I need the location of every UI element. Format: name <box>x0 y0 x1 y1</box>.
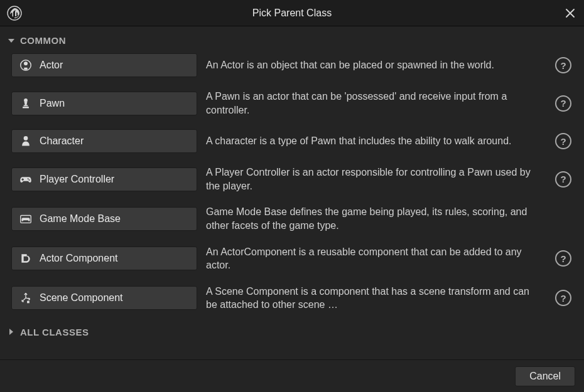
question-icon: ? <box>560 174 566 184</box>
window-title: Pick Parent Class <box>0 8 584 19</box>
class-label: Player Controller <box>40 174 114 185</box>
svg-rect-5 <box>23 107 29 109</box>
class-description: A Scene Component is a component that ha… <box>206 285 546 312</box>
class-description: An Actor is an object that can be placed… <box>206 58 546 72</box>
class-button-pawn[interactable]: Pawn <box>11 92 197 115</box>
class-row-game-mode-base: Game Mode BaseGame Mode Base defines the… <box>11 205 576 232</box>
class-button-actor-component[interactable]: Actor Component <box>11 246 197 270</box>
gamemode-icon <box>18 211 33 226</box>
class-label: Scene Component <box>40 292 123 304</box>
svg-rect-3 <box>24 68 28 70</box>
controller-icon <box>18 172 33 187</box>
class-row-scene-component: Scene ComponentA Scene Component is a co… <box>11 285 576 312</box>
question-icon: ? <box>560 136 566 147</box>
character-icon <box>18 134 33 149</box>
class-button-player-controller[interactable]: Player Controller <box>11 167 197 191</box>
class-row-actor: ActorAn Actor is an object that can be p… <box>11 53 576 77</box>
class-description: A character is a type of Pawn that inclu… <box>206 134 546 148</box>
help-placeholder <box>555 211 571 227</box>
class-description: A Player Controller is an actor responsi… <box>206 166 546 193</box>
section-all-classes-header[interactable]: ALL CLASSES <box>6 318 578 342</box>
component-icon <box>18 251 33 266</box>
cancel-button[interactable]: Cancel <box>515 366 575 386</box>
help-button-pawn[interactable]: ? <box>555 95 571 112</box>
help-button-actor[interactable]: ? <box>555 57 571 73</box>
question-icon: ? <box>560 60 566 71</box>
svg-rect-12 <box>27 301 30 304</box>
help-button-character[interactable]: ? <box>555 133 571 149</box>
class-button-character[interactable]: Character <box>11 129 197 153</box>
dialog-footer: Cancel <box>0 359 584 392</box>
class-description: Game Mode Base defines the game being pl… <box>206 205 546 232</box>
class-label: Actor <box>40 60 63 71</box>
close-button[interactable] <box>563 6 578 21</box>
help-button-scene-component[interactable]: ? <box>555 290 571 306</box>
class-row-actor-component: Actor ComponentAn ActorComponent is a re… <box>11 245 576 272</box>
question-icon: ? <box>560 98 566 109</box>
unreal-logo-icon <box>6 5 23 21</box>
class-list: ActorAn Actor is an object that can be p… <box>6 51 578 318</box>
pawn-icon <box>18 96 33 111</box>
class-label: Character <box>40 135 84 147</box>
svg-rect-8 <box>21 179 24 179</box>
question-icon: ? <box>560 253 566 264</box>
class-button-actor[interactable]: Actor <box>11 53 197 77</box>
class-description: A Pawn is an actor that can be 'possesse… <box>206 90 546 117</box>
class-description: An ActorComponent is a reusable componen… <box>206 245 546 272</box>
help-button-player-controller[interactable]: ? <box>555 171 571 188</box>
class-label: Game Mode Base <box>40 213 121 225</box>
class-button-scene-component[interactable]: Scene Component <box>11 286 197 310</box>
actor-icon <box>18 58 33 73</box>
question-icon: ? <box>560 293 566 304</box>
svg-point-9 <box>28 178 29 179</box>
chevron-right-icon <box>8 327 16 336</box>
class-row-player-controller: Player ControllerA Player Controller is … <box>11 166 576 193</box>
section-all-classes-label: ALL CLASSES <box>20 327 89 337</box>
class-label: Pawn <box>40 98 65 109</box>
svg-point-6 <box>24 136 28 140</box>
svg-point-2 <box>24 61 28 65</box>
class-button-game-mode-base[interactable]: Game Mode Base <box>11 207 197 231</box>
svg-point-4 <box>24 98 28 102</box>
section-common-header[interactable]: COMMON <box>6 31 578 51</box>
titlebar: Pick Parent Class <box>0 0 584 26</box>
class-row-pawn: PawnA Pawn is an actor that can be 'poss… <box>11 90 576 117</box>
scene-component-icon <box>18 290 33 305</box>
help-button-actor-component[interactable]: ? <box>555 250 571 267</box>
chevron-down-icon <box>8 36 16 45</box>
svg-point-10 <box>29 179 30 181</box>
dialog-content: COMMON ActorAn Actor is an object that c… <box>0 26 584 359</box>
class-label: Actor Component <box>40 253 118 264</box>
close-icon <box>566 9 575 18</box>
section-common-label: COMMON <box>20 35 66 46</box>
class-row-character: CharacterA character is a type of Pawn t… <box>11 129 576 153</box>
